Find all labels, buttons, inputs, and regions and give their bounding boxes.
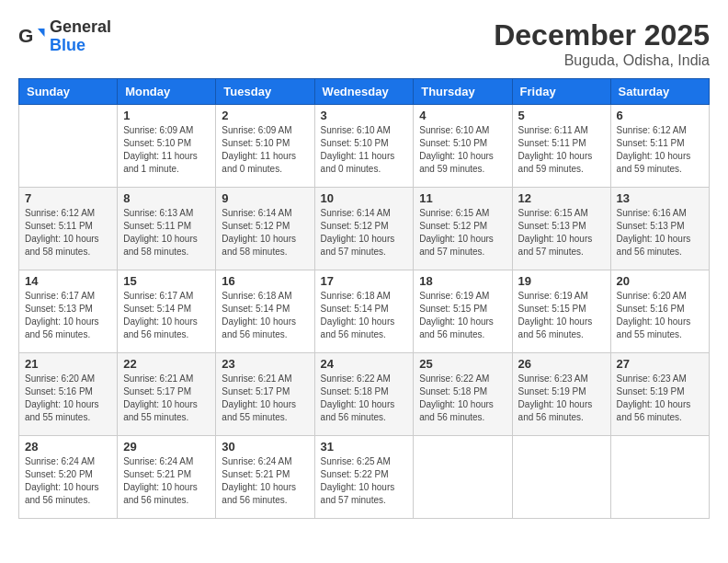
day-info: Sunrise: 6:19 AM Sunset: 5:15 PM Dayligh… [518, 290, 605, 341]
day-number: 14 [25, 274, 111, 288]
calendar-cell: 29Sunrise: 6:24 AM Sunset: 5:21 PM Dayli… [118, 436, 216, 519]
calendar-cell: 19Sunrise: 6:19 AM Sunset: 5:15 PM Dayli… [512, 270, 610, 353]
svg-marker-1 [38, 29, 45, 37]
day-number: 25 [419, 357, 506, 371]
calendar-cell: 28Sunrise: 6:24 AM Sunset: 5:20 PM Dayli… [19, 436, 118, 519]
weekday-header-wednesday: Wednesday [314, 79, 414, 105]
calendar-cell: 23Sunrise: 6:21 AM Sunset: 5:17 PM Dayli… [216, 353, 314, 436]
day-info: Sunrise: 6:18 AM Sunset: 5:14 PM Dayligh… [321, 290, 408, 341]
calendar-cell: 12Sunrise: 6:15 AM Sunset: 5:13 PM Dayli… [512, 188, 610, 270]
day-number: 19 [518, 274, 605, 288]
location: Buguda, Odisha, India [494, 52, 710, 69]
calendar-cell: 8Sunrise: 6:13 AM Sunset: 5:11 PM Daylig… [118, 188, 216, 270]
calendar-cell: 10Sunrise: 6:14 AM Sunset: 5:12 PM Dayli… [314, 188, 414, 270]
week-row-2: 7Sunrise: 6:12 AM Sunset: 5:11 PM Daylig… [19, 188, 710, 270]
day-number: 13 [617, 191, 703, 205]
weekday-header-monday: Monday [118, 79, 216, 105]
page-header: G General Blue December 2025 Buguda, Odi… [18, 18, 710, 69]
day-info: Sunrise: 6:10 AM Sunset: 5:10 PM Dayligh… [419, 124, 506, 176]
calendar-cell: 2Sunrise: 6:09 AM Sunset: 5:10 PM Daylig… [216, 105, 314, 188]
logo-general: General [50, 18, 111, 37]
day-info: Sunrise: 6:23 AM Sunset: 5:19 PM Dayligh… [617, 373, 703, 424]
calendar-cell: 14Sunrise: 6:17 AM Sunset: 5:13 PM Dayli… [19, 270, 118, 353]
calendar-cell: 25Sunrise: 6:22 AM Sunset: 5:18 PM Dayli… [414, 353, 512, 436]
day-info: Sunrise: 6:20 AM Sunset: 5:16 PM Dayligh… [617, 290, 703, 341]
day-info: Sunrise: 6:13 AM Sunset: 5:11 PM Dayligh… [123, 207, 210, 259]
calendar-cell: 6Sunrise: 6:12 AM Sunset: 5:11 PM Daylig… [610, 105, 709, 188]
calendar-cell: 18Sunrise: 6:19 AM Sunset: 5:15 PM Dayli… [414, 270, 512, 353]
day-info: Sunrise: 6:14 AM Sunset: 5:12 PM Dayligh… [321, 207, 408, 259]
day-info: Sunrise: 6:12 AM Sunset: 5:11 PM Dayligh… [25, 207, 111, 259]
logo: G General Blue [18, 18, 111, 55]
calendar-cell: 5Sunrise: 6:11 AM Sunset: 5:11 PM Daylig… [512, 105, 610, 188]
day-info: Sunrise: 6:10 AM Sunset: 5:10 PM Dayligh… [321, 124, 408, 176]
day-number: 7 [25, 191, 111, 205]
day-number: 22 [123, 357, 210, 371]
day-info: Sunrise: 6:18 AM Sunset: 5:14 PM Dayligh… [222, 290, 308, 341]
day-info: Sunrise: 6:15 AM Sunset: 5:12 PM Dayligh… [419, 207, 506, 259]
day-number: 4 [419, 109, 506, 122]
calendar-cell: 17Sunrise: 6:18 AM Sunset: 5:14 PM Dayli… [314, 270, 414, 353]
day-number: 24 [321, 357, 408, 371]
day-info: Sunrise: 6:24 AM Sunset: 5:21 PM Dayligh… [222, 455, 308, 507]
calendar-cell: 31Sunrise: 6:25 AM Sunset: 5:22 PM Dayli… [314, 436, 414, 519]
weekday-header-saturday: Saturday [610, 79, 709, 105]
month-title: December 2025 [494, 18, 710, 52]
calendar-table: SundayMondayTuesdayWednesdayThursdayFrid… [18, 78, 710, 519]
calendar-cell: 16Sunrise: 6:18 AM Sunset: 5:14 PM Dayli… [216, 270, 314, 353]
day-number: 10 [321, 191, 408, 205]
calendar-cell [414, 436, 512, 519]
calendar-cell: 30Sunrise: 6:24 AM Sunset: 5:21 PM Dayli… [216, 436, 314, 519]
week-row-3: 14Sunrise: 6:17 AM Sunset: 5:13 PM Dayli… [19, 270, 710, 353]
day-info: Sunrise: 6:22 AM Sunset: 5:18 PM Dayligh… [419, 373, 506, 424]
calendar-cell: 7Sunrise: 6:12 AM Sunset: 5:11 PM Daylig… [19, 188, 118, 270]
calendar-cell: 9Sunrise: 6:14 AM Sunset: 5:12 PM Daylig… [216, 188, 314, 270]
day-info: Sunrise: 6:17 AM Sunset: 5:13 PM Dayligh… [25, 290, 111, 341]
day-info: Sunrise: 6:17 AM Sunset: 5:14 PM Dayligh… [123, 290, 210, 341]
calendar-cell: 20Sunrise: 6:20 AM Sunset: 5:16 PM Dayli… [610, 270, 709, 353]
day-number: 1 [123, 109, 210, 122]
calendar-cell: 27Sunrise: 6:23 AM Sunset: 5:19 PM Dayli… [610, 353, 709, 436]
day-number: 17 [321, 274, 408, 288]
day-number: 26 [518, 357, 605, 371]
weekday-header-sunday: Sunday [19, 79, 118, 105]
logo-blue: Blue [50, 37, 111, 55]
day-number: 3 [321, 109, 408, 122]
day-info: Sunrise: 6:24 AM Sunset: 5:20 PM Dayligh… [25, 455, 111, 507]
weekday-header-thursday: Thursday [414, 79, 512, 105]
day-number: 6 [617, 109, 703, 122]
logo-text: General Blue [50, 18, 111, 55]
day-info: Sunrise: 6:09 AM Sunset: 5:10 PM Dayligh… [123, 124, 210, 176]
day-number: 9 [222, 191, 308, 205]
day-info: Sunrise: 6:23 AM Sunset: 5:19 PM Dayligh… [518, 373, 605, 424]
day-number: 2 [222, 109, 308, 122]
day-info: Sunrise: 6:21 AM Sunset: 5:17 PM Dayligh… [123, 373, 210, 424]
day-info: Sunrise: 6:14 AM Sunset: 5:12 PM Dayligh… [222, 207, 308, 259]
day-number: 27 [617, 357, 703, 371]
day-number: 8 [123, 191, 210, 205]
day-number: 11 [419, 191, 506, 205]
calendar-cell: 21Sunrise: 6:20 AM Sunset: 5:16 PM Dayli… [19, 353, 118, 436]
day-number: 23 [222, 357, 308, 371]
day-number: 28 [25, 440, 111, 454]
day-number: 15 [123, 274, 210, 288]
calendar-cell [512, 436, 610, 519]
calendar-cell: 22Sunrise: 6:21 AM Sunset: 5:17 PM Dayli… [118, 353, 216, 436]
calendar-cell: 3Sunrise: 6:10 AM Sunset: 5:10 PM Daylig… [314, 105, 414, 188]
weekday-header-tuesday: Tuesday [216, 79, 314, 105]
day-number: 31 [321, 440, 408, 454]
day-info: Sunrise: 6:16 AM Sunset: 5:13 PM Dayligh… [617, 207, 703, 259]
calendar-cell: 4Sunrise: 6:10 AM Sunset: 5:10 PM Daylig… [414, 105, 512, 188]
day-number: 21 [25, 357, 111, 371]
day-info: Sunrise: 6:15 AM Sunset: 5:13 PM Dayligh… [518, 207, 605, 259]
calendar-cell [19, 105, 118, 188]
day-number: 29 [123, 440, 210, 454]
weekday-header-friday: Friday [512, 79, 610, 105]
week-row-1: 1Sunrise: 6:09 AM Sunset: 5:10 PM Daylig… [19, 105, 710, 188]
logo-icon: G [18, 23, 46, 51]
day-info: Sunrise: 6:19 AM Sunset: 5:15 PM Dayligh… [419, 290, 506, 341]
day-info: Sunrise: 6:24 AM Sunset: 5:21 PM Dayligh… [123, 455, 210, 507]
calendar-cell: 15Sunrise: 6:17 AM Sunset: 5:14 PM Dayli… [118, 270, 216, 353]
day-info: Sunrise: 6:20 AM Sunset: 5:16 PM Dayligh… [25, 373, 111, 424]
day-number: 16 [222, 274, 308, 288]
